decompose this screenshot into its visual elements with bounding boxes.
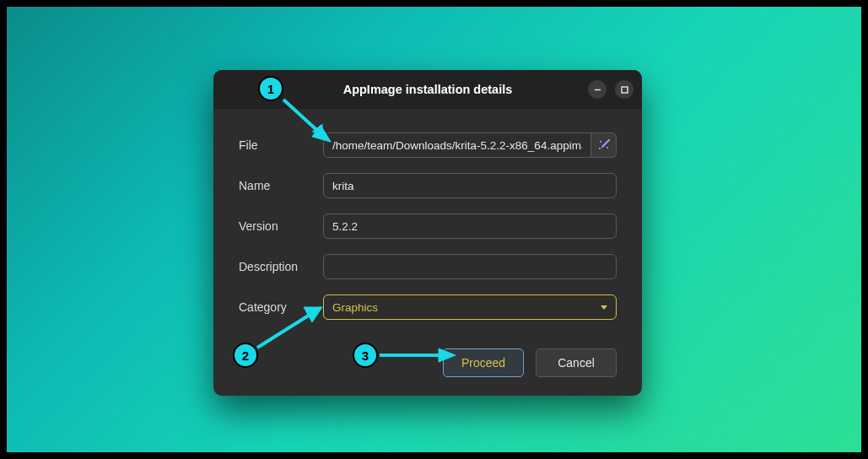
version-input[interactable] (323, 213, 617, 239)
description-label: Description (239, 260, 323, 273)
name-row: Name (239, 173, 617, 198)
version-row: Version (239, 213, 617, 239)
category-row: Category Graphics (239, 294, 617, 320)
minimize-icon (593, 85, 602, 94)
browse-button[interactable] (591, 132, 617, 158)
name-label: Name (239, 179, 323, 192)
annotation-badge-2: 2 (233, 343, 258, 368)
svg-point-3 (599, 141, 601, 143)
annotation-badge-1: 1 (258, 76, 283, 101)
file-input[interactable] (323, 132, 591, 158)
chevron-down-icon (601, 305, 607, 310)
file-label: File (239, 138, 323, 152)
cancel-button[interactable]: Cancel (536, 348, 617, 377)
button-row: Proceed Cancel (239, 348, 617, 377)
window-title: AppImage installation details (343, 83, 513, 96)
maximize-icon (620, 85, 629, 94)
file-field-wrap (323, 132, 617, 158)
svg-rect-1 (622, 87, 628, 93)
svg-line-2 (602, 140, 609, 147)
svg-point-4 (598, 148, 600, 149)
version-label: Version (239, 219, 323, 233)
maximize-button[interactable] (615, 80, 633, 99)
proceed-label: Proceed (461, 356, 505, 370)
category-select[interactable]: Graphics (323, 294, 617, 320)
category-value: Graphics (332, 301, 601, 314)
description-input[interactable] (323, 254, 617, 279)
cancel-label: Cancel (558, 356, 595, 370)
file-row: File (239, 132, 617, 158)
proceed-button[interactable]: Proceed (443, 348, 524, 377)
window-controls (588, 70, 633, 109)
annotation-badge-3: 3 (353, 343, 378, 368)
category-label: Category (239, 300, 323, 314)
magic-wand-icon (597, 138, 611, 152)
description-row: Description (239, 254, 617, 279)
svg-point-5 (606, 147, 607, 148)
appimage-install-dialog: AppImage installation details File (213, 70, 642, 396)
form-area: File Name Version (213, 109, 642, 396)
name-input[interactable] (323, 173, 617, 198)
minimize-button[interactable] (588, 80, 607, 99)
